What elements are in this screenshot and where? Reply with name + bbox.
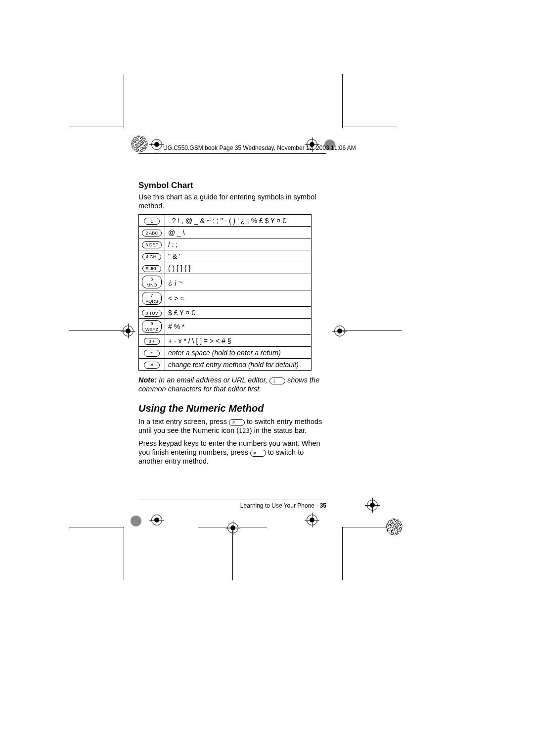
table-row: 7 PQRS< > =	[139, 290, 312, 307]
note-paragraph: Note: In an email address or URL editor,…	[138, 376, 326, 393]
note-label: Note:	[138, 376, 157, 384]
keycap-icon: 8 TUV	[142, 310, 161, 317]
keycap-icon: 1	[144, 218, 160, 225]
registration-mark-icon	[307, 515, 317, 525]
page-content: Symbol Chart Use this chart as a guide f…	[138, 146, 326, 470]
keycap-icon: 5 JKL	[142, 265, 161, 272]
crop-line	[342, 527, 343, 580]
symbol-cell: ¿ ¡ ~	[165, 274, 312, 290]
text: In a text entry screen, press	[138, 418, 229, 425]
symbol-cell: # % *	[165, 319, 312, 335]
keycap-icon: 7 PQRS	[142, 292, 162, 305]
crop-line	[342, 331, 401, 331]
registration-mark-icon	[334, 326, 345, 336]
numeric-p1: In a text entry screen, press # to switc…	[138, 417, 326, 435]
keycap-icon: 4 GHI	[142, 253, 161, 260]
table-row: 0 ++ - x * / \ [ ] = > < # §	[139, 335, 312, 347]
registration-mark-icon	[227, 522, 238, 533]
page-footer: Learning to Use Your Phone - 35	[138, 500, 326, 509]
table-row: 1. ? ! , @ _ & ~ : ; " - ( ) ' ¿ ¡ % £ $…	[139, 215, 312, 227]
registration-mark-icon	[151, 515, 162, 525]
symbol-cell: < > =	[165, 290, 312, 307]
symbol-cell: change text entry method (hold for defau…	[165, 359, 312, 371]
symbol-cell: $ £ ¥ ¤ €	[165, 307, 312, 319]
table-row: #change text entry method (hold for defa…	[139, 359, 312, 371]
text: ) in the status bar.	[250, 426, 307, 434]
keycap-icon: *	[144, 350, 160, 357]
crop-line	[69, 527, 124, 527]
crop-line	[124, 527, 124, 580]
symbol-cell: / : ;	[165, 238, 312, 250]
color-dot-icon	[131, 516, 141, 526]
numeric-icon: 123	[239, 427, 250, 434]
page-number: 35	[320, 502, 326, 509]
footer-text: Learning to Use Your Phone -	[240, 502, 320, 509]
symbol-cell: " & '	[165, 250, 312, 262]
keycap-icon: 0 +	[144, 338, 160, 345]
symbol-chart-heading: Symbol Chart	[138, 181, 326, 190]
crop-line	[69, 331, 129, 331]
symbol-cell: enter a space (hold to enter a return)	[165, 347, 312, 359]
symbol-cell: + - x * / \ [ ] = > < # §	[165, 335, 312, 347]
numeric-p2: Press keypad keys to enter the numbers y…	[138, 439, 326, 466]
table-row: 2 ABC@ _ \	[139, 227, 312, 238]
crop-line	[124, 74, 124, 128]
crop-line	[342, 127, 397, 127]
registration-mark-icon	[367, 500, 378, 511]
symbol-chart-intro: Use this chart as a guide for entering s…	[138, 192, 326, 210]
symbol-chart-table: 1. ? ! , @ _ & ~ : ; " - ( ) ' ¿ ¡ % £ $…	[138, 214, 312, 371]
crop-line	[342, 74, 343, 128]
symbol-cell: @ _ \	[165, 227, 312, 238]
keycap-icon: 1	[269, 378, 285, 384]
table-row: 9 WXYZ# % *	[139, 319, 312, 335]
keycap-icon: 3 DEF	[142, 241, 162, 248]
crop-line	[69, 127, 124, 127]
table-row: 3 DEF/ : ;	[139, 238, 312, 250]
table-row: 8 TUV$ £ ¥ ¤ €	[139, 307, 312, 319]
note-text: In an email address or URL editor,	[157, 376, 269, 384]
table-row: 5 JKL( ) [ ] { }	[139, 262, 312, 274]
symbol-cell: ( ) [ ] { }	[165, 262, 312, 274]
table-row: *enter a space (hold to enter a return)	[139, 347, 312, 359]
starburst-icon	[386, 519, 402, 535]
registration-mark-icon	[123, 326, 134, 336]
symbol-cell: . ? ! , @ _ & ~ : ; " - ( ) ' ¿ ¡ % £ $ …	[165, 215, 312, 227]
table-row: 4 GHI" & '	[139, 250, 312, 262]
keycap-icon: 9 WXYZ	[142, 320, 162, 333]
keycap-icon: #	[144, 362, 160, 369]
keycap-icon: #	[229, 419, 245, 426]
keycap-icon: #	[250, 450, 266, 457]
keycap-icon: 6 MNO	[142, 276, 162, 288]
table-row: 6 MNO¿ ¡ ~	[139, 274, 312, 290]
numeric-method-heading: Using the Numeric Method	[138, 403, 326, 414]
keycap-icon: 2 ABC	[142, 230, 162, 236]
